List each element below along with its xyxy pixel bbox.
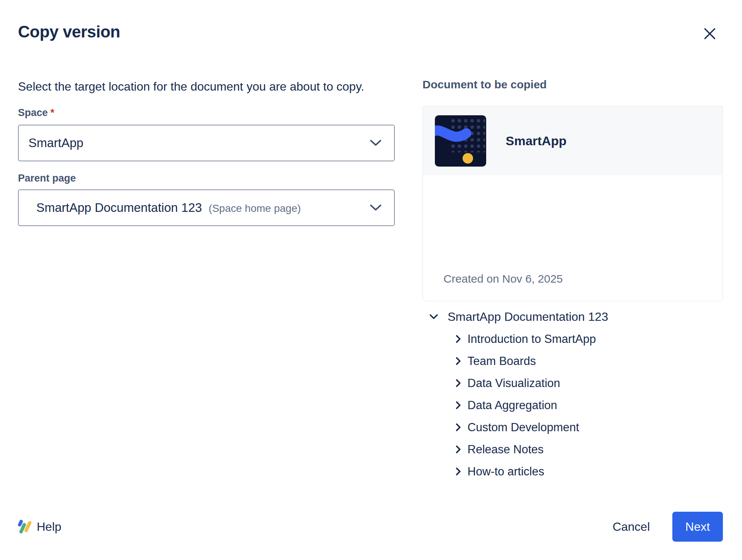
created-date: Created on Nov 6, 2025 <box>443 273 563 285</box>
tree-item[interactable]: Team Boards <box>423 350 723 372</box>
parent-page-hint: (Space home page) <box>209 203 301 214</box>
chevron-down-icon[interactable] <box>430 314 438 320</box>
document-panel: Document to be copied SmartApp Created o… <box>423 78 723 483</box>
wave-graphic <box>435 115 486 167</box>
cancel-button[interactable]: Cancel <box>609 520 654 534</box>
document-thumbnail <box>435 115 486 167</box>
close-button[interactable] <box>701 25 719 43</box>
tree-item[interactable]: Custom Development <box>423 416 723 438</box>
parent-page-label: Parent page <box>18 172 395 185</box>
chevron-right-icon[interactable] <box>456 423 461 431</box>
tree-item-label: Introduction to SmartApp <box>467 332 596 346</box>
chevron-right-icon[interactable] <box>456 379 461 387</box>
parent-page-select[interactable]: SmartApp Documentation 123 (Space home p… <box>18 189 395 226</box>
chevron-right-icon[interactable] <box>456 401 461 409</box>
space-select-value: SmartApp <box>28 136 370 150</box>
help-button[interactable]: Help <box>18 519 61 534</box>
close-icon <box>703 27 716 40</box>
dialog-footer: Help Cancel Next <box>18 512 723 542</box>
space-label: Space* <box>18 106 395 119</box>
copy-version-dialog: Copy version Select the target location … <box>0 0 742 560</box>
space-label-text: Space <box>18 107 48 118</box>
parent-page-select-value: SmartApp Documentation 123 (Space home p… <box>36 201 370 215</box>
target-location-form: Select the target location for the docum… <box>18 77 395 226</box>
parent-page-label-text: Parent page <box>18 173 76 184</box>
document-title: SmartApp <box>506 134 566 148</box>
footer-actions: Cancel Next <box>609 512 723 542</box>
tree-item[interactable]: Data Aggregation <box>423 394 723 416</box>
tree-root-item[interactable]: SmartApp Documentation 123 <box>423 306 723 328</box>
tree-item[interactable]: Data Visualization <box>423 372 723 394</box>
page-tree: SmartApp Documentation 123 Introduction … <box>423 306 723 483</box>
tree-item[interactable]: Release Notes <box>423 438 723 460</box>
dialog-description: Select the target location for the docum… <box>18 77 389 96</box>
chevron-right-icon[interactable] <box>456 335 461 343</box>
document-card: SmartApp Created on Nov 6, 2025 <box>423 106 723 301</box>
chevron-down-icon <box>370 140 381 146</box>
chevron-right-icon[interactable] <box>456 445 461 453</box>
tree-item-label: Team Boards <box>467 354 536 368</box>
tree-item-label: SmartApp Documentation 123 <box>448 310 608 324</box>
chevron-down-icon <box>370 204 381 211</box>
next-button[interactable]: Next <box>672 512 723 542</box>
tree-item-label: Release Notes <box>467 443 543 456</box>
space-select[interactable]: SmartApp <box>18 125 395 161</box>
chevron-right-icon[interactable] <box>456 357 461 365</box>
parent-page-value-text: SmartApp Documentation 123 <box>36 201 202 215</box>
document-panel-heading: Document to be copied <box>423 78 723 91</box>
chevron-right-icon[interactable] <box>456 468 461 475</box>
yellow-dot <box>463 153 473 164</box>
tree-item-label: Data Visualization <box>467 377 560 390</box>
tree-item[interactable]: Introduction to SmartApp <box>423 328 723 350</box>
required-asterisk: * <box>51 107 55 118</box>
help-logo-icon <box>18 519 32 534</box>
dialog-title: Copy version <box>18 22 120 41</box>
tree-item-label: How-to articles <box>467 465 544 478</box>
help-label: Help <box>37 520 61 534</box>
tree-item-label: Custom Development <box>467 421 579 434</box>
document-card-body: Created on Nov 6, 2025 <box>423 175 723 301</box>
tree-item[interactable]: How-to articles <box>423 460 723 483</box>
tree-item-label: Data Aggregation <box>467 399 557 412</box>
document-card-header: SmartApp <box>423 106 723 175</box>
